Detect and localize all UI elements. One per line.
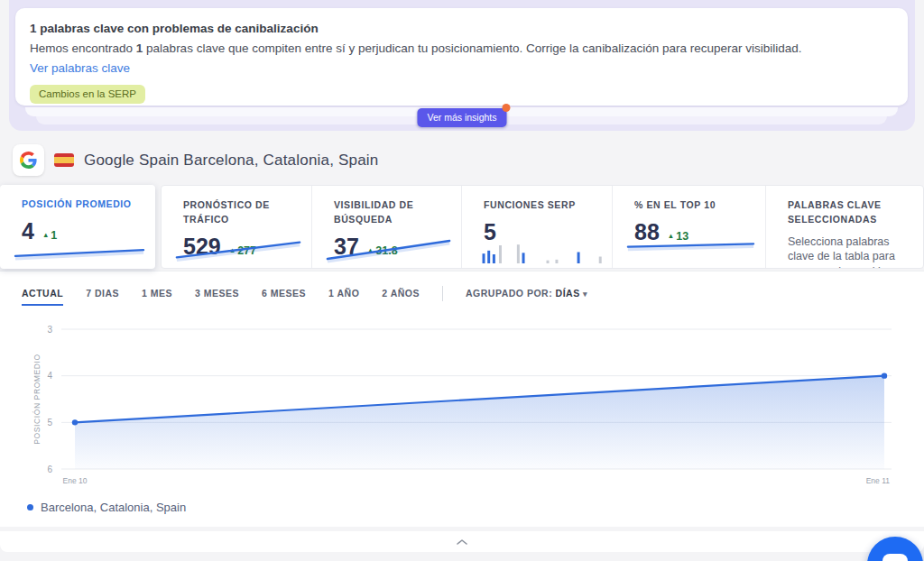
rank-tracker-page: 1 palabras clave con problemas de caniba… <box>0 0 924 561</box>
metric-label: VISIBILIDAD DE BÚSQUEDA <box>334 198 452 227</box>
tab-3-meses[interactable]: 3 MESES <box>195 288 239 306</box>
insight-card: 1 palabras clave con problemas de caniba… <box>15 8 908 106</box>
google-g-icon <box>13 144 44 176</box>
group-by-dropdown[interactable]: AGRUPADO POR: DÍAS ▾ <box>466 288 587 305</box>
metric-label: PRONÓSTICO DE TRÁFICO <box>183 198 302 227</box>
sparkline <box>325 236 452 263</box>
notification-dot <box>503 104 511 112</box>
tab-1-mes[interactable]: 1 MES <box>142 288 172 306</box>
tabs-divider <box>442 286 443 301</box>
collapse-panel-button[interactable] <box>0 531 924 552</box>
legend-label: Barcelona, Catalonia, Spain <box>41 501 186 514</box>
time-range-tabs: ACTUAL7 DIAS1 MES3 MESES6 MESES1 AÑO2 AÑ… <box>22 288 420 306</box>
position-chart: 3456POSICIÓN PROMEDIOEne 10Ene 11 <box>0 317 924 492</box>
tab-7-dias[interactable]: 7 DIAS <box>86 288 119 306</box>
metric-card-pronostico-trafico[interactable]: PRONÓSTICO DE TRÁFICO 529 ▲277 <box>162 186 311 268</box>
view-keywords-link[interactable]: Ver palabras clave <box>30 61 130 75</box>
insight-banner: 1 palabras clave con problemas de caniba… <box>9 0 915 131</box>
svg-text:5: 5 <box>47 418 52 428</box>
tab-1-año[interactable]: 1 AÑO <box>328 288 359 306</box>
metric-helper-text: Selecciona palabras clave de la tabla pa… <box>788 235 910 269</box>
svg-text:Ene 10: Ene 10 <box>63 476 88 485</box>
more-insights-button[interactable]: Ver más insights <box>417 108 506 127</box>
chat-bubble-icon <box>882 554 908 561</box>
metric-label: PALABRAS CLAVE SELECCIONADAS <box>788 198 910 227</box>
chevron-up-icon <box>456 538 468 546</box>
time-tabs-bar: ACTUAL7 DIAS1 MES3 MESES6 MESES1 AÑO2 AÑ… <box>0 271 924 307</box>
svg-text:POSICIÓN PROMEDIO: POSICIÓN PROMEDIO <box>32 354 42 444</box>
svg-text:4: 4 <box>47 371 52 381</box>
metric-label: POSICIÓN PROMEDIO <box>22 198 146 212</box>
svg-text:6: 6 <box>47 464 52 474</box>
tab-actual[interactable]: ACTUAL <box>22 288 63 306</box>
insight-title: 1 palabras clave con problemas de caniba… <box>30 22 893 35</box>
serp-changes-tag[interactable]: Cambios en la SERP <box>30 85 145 104</box>
metric-card-posicion-promedio[interactable]: POSICIÓN PROMEDIO 4 ▲1 <box>0 185 155 269</box>
sparkline <box>625 236 756 263</box>
metric-card-top10-percent[interactable]: % EN EL TOP 10 88 ▲13 <box>612 186 765 268</box>
sparkline <box>174 236 302 263</box>
search-engine-title: Google Spain Barcelona, Catalonia, Spain <box>84 152 379 170</box>
metric-label: FUNCIONES SERP <box>484 198 603 213</box>
chevron-down-icon: ▾ <box>583 290 587 299</box>
legend-dot-icon <box>27 504 33 510</box>
insight-description: Hemos encontrado 1 palabras clave que co… <box>30 41 893 55</box>
metric-card-funciones-serp[interactable]: FUNCIONES SERP 5 <box>461 186 612 268</box>
tab-6-meses[interactable]: 6 MESES <box>262 288 306 306</box>
metric-strip: PRONÓSTICO DE TRÁFICO 529 ▲277 VISIBILID… <box>161 185 924 269</box>
tab-2-años[interactable]: 2 AÑOS <box>382 288 420 306</box>
legend-item-location[interactable]: Barcelona, Catalonia, Spain <box>27 501 186 514</box>
svg-text:3: 3 <box>47 325 52 335</box>
metric-card-visibilidad-busqueda[interactable]: VISIBILIDAD DE BÚSQUEDA 37 ▲31.8 <box>311 186 461 268</box>
sparkline <box>13 237 146 264</box>
search-engine-header: Google Spain Barcelona, Catalonia, Spain <box>13 144 379 176</box>
svg-text:Ene 11: Ene 11 <box>866 476 891 485</box>
metric-cards-row: POSICIÓN PROMEDIO 4 ▲1 PRONÓSTICO DE TRÁ… <box>0 185 924 269</box>
metric-label: % EN EL TOP 10 <box>634 198 756 213</box>
chart-panel: ACTUAL7 DIAS1 MES3 MESES6 MESES1 AÑO2 AÑ… <box>0 271 924 527</box>
serp-features-mini-bars <box>475 236 603 263</box>
metric-card-palabras-seleccionadas[interactable]: PALABRAS CLAVE SELECCIONADAS Selecciona … <box>765 186 923 268</box>
spain-flag-icon <box>54 153 74 167</box>
